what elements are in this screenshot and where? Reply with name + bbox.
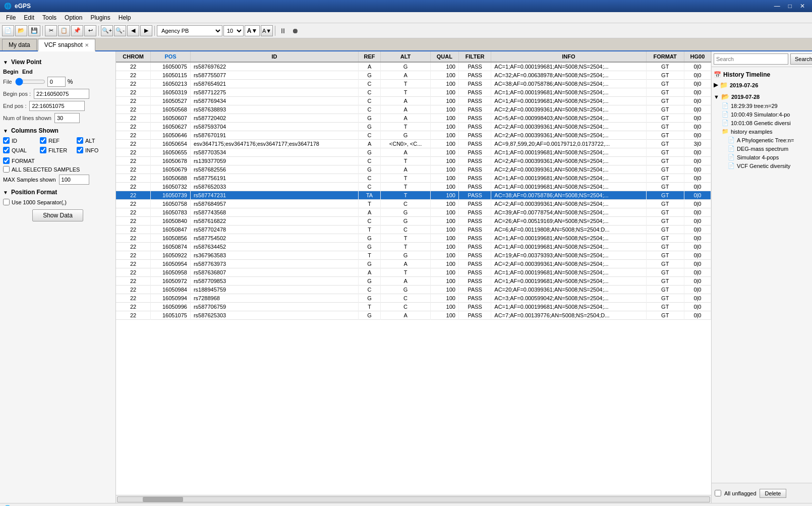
file-number-input[interactable]: [47, 77, 66, 87]
begin-pos-input[interactable]: [34, 89, 89, 99]
table-row[interactable]: 2216051075rs587625303GA100PASSAC=7;AF=0.…: [116, 311, 711, 320]
tb-cut-button[interactable]: ✂: [45, 25, 57, 36]
all-unflagged-checkbox[interactable]: [715, 490, 721, 496]
max-samples-input[interactable]: [59, 175, 89, 185]
maximize-button[interactable]: □: [785, 3, 795, 10]
search-input[interactable]: [714, 53, 788, 65]
col-filter-checkbox[interactable]: [40, 147, 46, 153]
history-date-1[interactable]: ▼ 📂 2019-07-28: [714, 92, 810, 101]
menu-edit[interactable]: Edit: [20, 13, 38, 22]
col-header-chrom[interactable]: CHROM: [116, 51, 151, 62]
show-data-button[interactable]: Show Data: [32, 209, 83, 221]
search-button[interactable]: Search: [790, 53, 812, 65]
table-row[interactable]: 2216050847rs587702478TC100PASSAC=6;AF=0.…: [116, 226, 711, 234]
col-header-id[interactable]: ID: [190, 51, 358, 62]
col-ref-checkbox[interactable]: [40, 137, 46, 144]
table-row[interactable]: 2216050115rs587755077GA100PASSAC=32;AF=0…: [116, 71, 711, 80]
table-row[interactable]: 2216050840rs587616822CG100PASSAC=26;AF=0…: [116, 217, 711, 226]
tab-vcf-snapshot[interactable]: VCF snapshot ✕: [38, 39, 95, 51]
menu-help[interactable]: Help: [114, 13, 135, 22]
agency-select[interactable]: Agency PB: [157, 25, 222, 36]
table-row[interactable]: 2216050319rs587712275CT100PASSAC=1;AF=0.…: [116, 88, 711, 97]
table-row[interactable]: 2216050646rs587670191CG100PASSAC=2;AF=0.…: [116, 131, 711, 140]
col-qual-checkbox[interactable]: [3, 147, 10, 153]
table-row[interactable]: 2216050954rs587763973GA100PASSAC=2;AF=0.…: [116, 260, 711, 268]
hscroll-track[interactable]: [117, 496, 710, 502]
table-row[interactable]: 2216050607rs587720402GA100PASSAC=5;AF=0.…: [116, 114, 711, 123]
table-row[interactable]: 2216050678rs139377059CT100PASSAC=2;AF=0.…: [116, 157, 711, 165]
table-row[interactable]: 2216050984rs188945759CG100PASSAC=20;AF=0…: [116, 286, 711, 294]
table-row[interactable]: 2216050655rs587703534GA100PASSAC=1;AF=0.…: [116, 148, 711, 157]
table-row[interactable]: 2216050075rs587697622AG100PASSAC=1;AF=0.…: [116, 62, 711, 71]
history-item-4[interactable]: 📄 A Phylogenetic Tree:n=: [714, 136, 810, 144]
col-id-checkbox[interactable]: [3, 137, 10, 144]
table-row[interactable]: 2216050922rs367963583TG100PASSAC=19;AF=0…: [116, 251, 711, 260]
table-row[interactable]: 2216050679rs587682556GA100PASSAC=2;AF=0.…: [116, 165, 711, 174]
history-item-1[interactable]: 📄 10:00:49 Simulator:4-po: [714, 110, 810, 119]
tb-save-button[interactable]: 💾: [28, 25, 40, 36]
tb-new-button[interactable]: 📄: [2, 25, 14, 36]
tb-zoom-in-button[interactable]: 🔍+: [101, 25, 113, 36]
tb-copy-button[interactable]: 📋: [58, 25, 70, 36]
table-row[interactable]: 2216050994rs7288968GC100PASSAC=3;AF=0.00…: [116, 294, 711, 303]
table-row[interactable]: 2216050783rs587743568AG100PASSAC=39;AF=0…: [116, 208, 711, 217]
table-row[interactable]: 2216050972rs587709853GA100PASSAC=1;AF=0.…: [116, 277, 711, 286]
end-pos-input[interactable]: [29, 101, 85, 111]
tb-open-button[interactable]: 📂: [15, 25, 27, 36]
col-header-info[interactable]: INFO: [491, 51, 646, 62]
table-row[interactable]: 2216050213rs587654921CT100PASSAC=38;AF=0…: [116, 80, 711, 88]
table-row[interactable]: 2216050958rs587636807AT100PASSAC=1;AF=0.…: [116, 268, 711, 277]
menu-plugins[interactable]: Plugins: [86, 13, 114, 22]
font-button[interactable]: A▼: [245, 25, 260, 36]
col-header-format[interactable]: FORMAT: [646, 51, 684, 62]
table-row[interactable]: 2216050739rs587747231TAT100PASSAC=38;AF=…: [116, 191, 711, 200]
col-alt-checkbox[interactable]: [77, 137, 83, 144]
history-item-6[interactable]: 📄 Simulator 4-pops: [714, 153, 810, 161]
font-size-select[interactable]: 10: [223, 25, 244, 36]
view-point-header[interactable]: ▼ View Point: [3, 59, 112, 66]
table-row[interactable]: 2216050874rs587634452GT100PASSAC=1;AF=0.…: [116, 243, 711, 251]
history-date-0[interactable]: ▶ 📁 2019-07-26: [714, 80, 810, 90]
minimize-button[interactable]: —: [771, 3, 783, 10]
history-item-0[interactable]: 📄 18:29:39 tree:n=29: [714, 101, 810, 110]
tb-nav-back-button[interactable]: ◀: [127, 25, 139, 36]
tb-nav-forward-button[interactable]: ▶: [140, 25, 152, 36]
delete-button[interactable]: Delete: [760, 489, 787, 498]
hscroll-thumb[interactable]: [143, 497, 183, 502]
close-vcf-tab[interactable]: ✕: [85, 42, 89, 48]
table-row[interactable]: 2216050856rs587754502GT100PASSAC=1;AF=0.…: [116, 234, 711, 243]
pause-button[interactable]: ⏸: [277, 27, 288, 35]
table-row[interactable]: 2216050527rs587769434CA100PASSAC=1;AF=0.…: [116, 97, 711, 105]
tb-undo-button[interactable]: ↩: [84, 25, 96, 36]
col-info-checkbox[interactable]: [77, 147, 83, 153]
menu-file[interactable]: File: [2, 13, 20, 22]
close-button[interactable]: ✕: [797, 3, 808, 10]
position-format-header[interactable]: ▼ Position Format: [3, 189, 112, 196]
history-item-3[interactable]: 📁 history examples: [714, 127, 810, 136]
col-header-pos[interactable]: POS: [151, 51, 191, 62]
horizontal-scrollbar[interactable]: [116, 495, 711, 503]
col-header-ref[interactable]: REF: [358, 51, 380, 62]
col-header-alt[interactable]: ALT: [381, 51, 431, 62]
table-row[interactable]: 2216050758rs587684957TC100PASSAC=2;AF=0.…: [116, 200, 711, 208]
table-row[interactable]: 2216050732rs587652033CT100PASSAC=1;AF=0.…: [116, 183, 711, 191]
columns-shown-header[interactable]: ▼ Columns Shown: [3, 127, 112, 134]
col-allsamples-checkbox[interactable]: [3, 166, 10, 173]
tb-zoom-out-button[interactable]: 🔍-: [114, 25, 126, 36]
history-item-2[interactable]: 📄 10:01:08 Genetic diversi: [714, 119, 810, 127]
col-format-checkbox[interactable]: [3, 157, 10, 164]
tb-paste-button[interactable]: 📌: [71, 25, 83, 36]
menu-option[interactable]: Option: [61, 13, 86, 22]
num-lines-input[interactable]: [54, 113, 80, 123]
table-row[interactable]: 2216050627rs587593704GT100PASSAC=2;AF=0.…: [116, 123, 711, 131]
col-header-hg00[interactable]: HG00: [684, 51, 711, 62]
menu-tools[interactable]: Tools: [38, 13, 61, 22]
table-row[interactable]: 2216050996rs587706759TC100PASSAC=1;AF=0.…: [116, 303, 711, 311]
col-header-qual[interactable]: QUAL: [430, 51, 458, 62]
table-row[interactable]: 2216050688rs587756191CT100PASSAC=1;AF=0.…: [116, 174, 711, 183]
table-row[interactable]: 2216050568rs587638893CA100PASSAC=2;AF=0.…: [116, 105, 711, 114]
use-separator-checkbox[interactable]: [3, 199, 10, 205]
history-item-5[interactable]: 📄 DEG-mass spectrum: [714, 144, 810, 153]
table-row[interactable]: 2216050654esv3647175;esv3647176;esv36471…: [116, 140, 711, 148]
history-item-7[interactable]: 📄 VCF Genetic diversity: [714, 161, 810, 170]
